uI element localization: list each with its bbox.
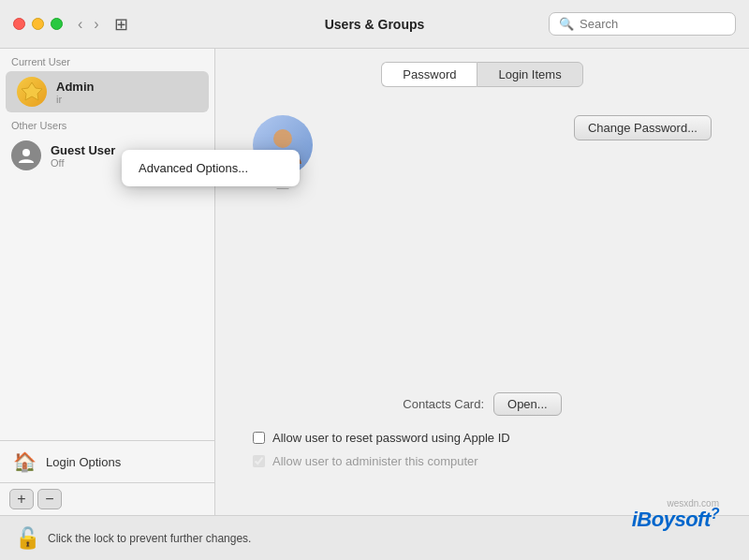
tab-login-items[interactable]: Login Items [477,62,582,87]
brand-question: ? [711,506,719,522]
nav-arrows: ‹ › [74,15,103,34]
tab-password[interactable]: Password [381,62,477,87]
login-options-icon: 🏠 [13,450,37,473]
main-content: Current User Admin ir Other Users [0,49,749,515]
traffic-lights [13,18,63,30]
iboysoft-logo: iBoysoft? [632,506,719,532]
allow-administer-label: Allow user to administer this computer [272,454,478,468]
bottom-bar: 🔓 Click the lock to prevent further chan… [0,515,749,560]
checkbox-reset-password-row: Allow user to reset password using Apple… [253,431,510,445]
admin-info: Admin ir [56,80,94,105]
tabs-row: Password Login Items [215,49,749,96]
current-user-label: Current User [0,49,214,71]
admin-subtitle: ir [56,94,94,105]
close-button[interactable] [13,18,25,30]
sidebar-toolbar: + − [0,482,214,515]
svg-marker-0 [22,82,42,100]
other-users-label: Other Users [0,112,214,135]
guest-status: Off [51,157,115,169]
minimize-button[interactable] [32,18,44,30]
lock-icon-area[interactable]: 🔓 Click the lock to prevent further chan… [15,526,251,551]
search-bar[interactable]: 🔍 [549,12,736,36]
contacts-card-row: Contacts Card: Open... [403,392,561,416]
open-button[interactable]: Open... [493,392,562,416]
window-title: Users & Groups [325,17,425,32]
fullscreen-button[interactable] [51,18,63,30]
back-button[interactable]: ‹ [74,15,86,34]
titlebar: ‹ › ⊞ Users & Groups 🔍 [0,0,749,49]
panel-center-content: Contacts Card: Open... Allow user to res… [253,195,712,496]
add-user-button[interactable]: + [9,489,34,509]
guest-info: Guest User Off [51,143,115,169]
right-panel: Password Login Items Change Password... … [215,49,749,515]
login-options-item[interactable]: 🏠 Login Options [0,440,214,482]
contacts-card-label: Contacts Card: [403,397,484,411]
checkbox-administer-row: Allow user to administer this computer [253,454,478,468]
remove-user-button[interactable]: − [37,489,62,509]
guest-name: Guest User [51,143,115,157]
lock-icon: 🔓 [15,526,40,551]
search-icon: 🔍 [559,17,574,31]
search-input[interactable] [580,17,726,31]
guest-avatar [11,140,41,170]
sidebar-item-admin[interactable]: Admin ir [6,71,209,112]
context-menu: Advanced Options... [122,150,300,186]
sidebar: Current User Admin ir Other Users [0,49,215,515]
allow-reset-password-checkbox[interactable] [253,432,265,444]
brand-name: iBoysoft [632,508,711,532]
svg-point-2 [273,129,292,148]
allow-reset-password-label: Allow user to reset password using Apple… [272,431,510,445]
sidebar-bottom: 🏠 Login Options + − [0,440,214,515]
allow-administer-checkbox[interactable] [253,455,265,467]
admin-name: Admin [56,80,94,94]
forward-button[interactable]: › [90,15,102,34]
login-options-label: Login Options [46,455,121,469]
change-password-button[interactable]: Change Password... [574,115,712,140]
advanced-options-menu-item[interactable]: Advanced Options... [122,154,300,183]
grid-icon[interactable]: ⊞ [114,14,128,35]
lock-text: Click the lock to prevent further change… [48,532,251,545]
svg-point-1 [22,149,30,156]
admin-avatar [17,77,47,107]
